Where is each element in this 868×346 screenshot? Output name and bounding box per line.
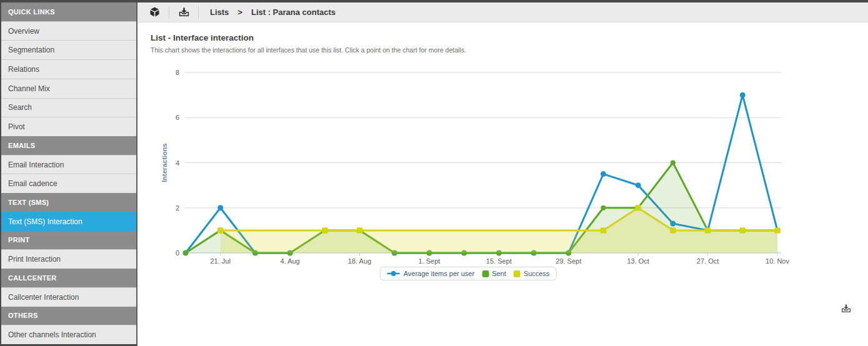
sidebar-item-label: Email Interaction: [8, 161, 64, 169]
sidebar-item-label: Callcenter Interaction: [8, 293, 79, 302]
breadcrumb: Lists > List : Parana contacts: [210, 7, 336, 17]
x-axis-tick-label: 15. Sept: [486, 257, 512, 265]
legend-swatch-icon: [514, 270, 521, 277]
sidebar-section-label: TEXT (SMS): [8, 199, 49, 206]
series-point-average-items-per-user[interactable]: [217, 205, 223, 210]
series-point-sent[interactable]: [671, 161, 676, 166]
breadcrumb-separator: >: [237, 7, 242, 17]
cube-icon[interactable]: [148, 6, 161, 19]
breadcrumb-lists[interactable]: Lists: [210, 7, 229, 17]
main-area: Lists > List : Parana contacts List - In…: [137, 2, 868, 346]
series-point-success[interactable]: [670, 227, 676, 234]
sidebar-item-email-cadence[interactable]: Email cadence: [1, 174, 136, 193]
sidebar-item-callcenter-interaction[interactable]: Callcenter Interaction: [1, 287, 136, 307]
page-top-border: [0, 0, 868, 2]
sidebar-item-relations[interactable]: Relations: [1, 59, 136, 79]
sidebar-item-print-interaction[interactable]: Print Interaction: [1, 249, 136, 269]
sidebar-section-label: PRINT: [8, 236, 30, 244]
sidebar-item-label: Search: [8, 103, 32, 112]
sidebar-item-email-interaction[interactable]: Email Interaction: [1, 155, 136, 174]
legend-label: Success: [524, 270, 550, 277]
sidebar-item-pivot[interactable]: Pivot: [1, 117, 136, 136]
x-axis-tick-label: 21. Jul: [210, 257, 230, 265]
legend-item-success[interactable]: Success: [514, 270, 550, 277]
sidebar-section-print: PRINT: [1, 231, 136, 250]
sidebar-section-callcenter: CALLCENTER: [1, 269, 136, 287]
x-axis-tick-label: 10. Nov: [766, 257, 789, 265]
x-axis-tick-label: 29. Sept: [556, 257, 581, 265]
breadcrumb-current: List : Parana contacts: [251, 7, 336, 17]
chart-legend: Average items per userSentSuccess: [380, 267, 557, 280]
series-point-average-items-per-user[interactable]: [601, 171, 606, 177]
y-axis-tick-label: 8: [176, 69, 179, 76]
sidebar-item-label: Print Interaction: [8, 255, 61, 264]
legend-swatch-icon: [482, 270, 489, 277]
chart-panel: List - Interface interaction This chart …: [137, 22, 868, 345]
series-point-success[interactable]: [774, 227, 781, 234]
series-point-success[interactable]: [601, 227, 607, 234]
y-axis-tick-label: 4: [176, 159, 179, 167]
sidebar-section-label: QUICK LINKS: [8, 8, 55, 16]
sidebar-section-label: OTHERS: [8, 312, 38, 319]
x-axis-tick-label: 13. Oct: [627, 257, 649, 265]
sidebar: QUICK LINKSOverviewSegmentationRelations…: [0, 2, 137, 346]
series-point-average-items-per-user[interactable]: [740, 92, 746, 98]
y-axis-tick-label: 6: [176, 114, 179, 121]
sidebar-item-segmentation[interactable]: Segmentation: [1, 40, 136, 59]
series-point-success[interactable]: [322, 227, 328, 234]
sidebar-item-label: Relations: [8, 65, 39, 74]
legend-item-sent[interactable]: Sent: [482, 270, 506, 277]
series-point-success[interactable]: [357, 227, 363, 234]
sidebar-item-label: Segmentation: [8, 46, 54, 54]
sidebar-item-overview[interactable]: Overview: [1, 21, 136, 41]
sidebar-section-quick-links: QUICK LINKS: [1, 2, 136, 21]
sidebar-item-label: Text (SMS) Interaction: [8, 217, 82, 226]
sidebar-item-label: Other channels Interaction: [8, 330, 96, 339]
sidebar-item-channel-mix[interactable]: Channel Mix: [1, 79, 136, 98]
legend-label: Sent: [492, 270, 506, 277]
sidebar-item-text-sms-interaction[interactable]: Text (SMS) Interaction: [1, 212, 136, 231]
export-chart-icon[interactable]: [841, 304, 851, 314]
x-axis-tick-label: 18. Aug: [348, 257, 371, 265]
sidebar-item-label: Channel Mix: [8, 84, 50, 93]
series-point-success[interactable]: [217, 227, 224, 234]
series-point-average-items-per-user[interactable]: [636, 182, 641, 188]
x-axis-tick-label: 1. Sept: [419, 257, 441, 265]
series-point-sent[interactable]: [183, 250, 188, 255]
sidebar-section-label: EMAILS: [8, 142, 35, 149]
x-axis-tick-label: 27. Oct: [697, 257, 719, 265]
topbar-separator: [169, 6, 169, 19]
legend-line-marker-icon: [387, 270, 401, 277]
series-point-success[interactable]: [740, 227, 746, 234]
sidebar-item-label: Email cadence: [8, 179, 57, 188]
y-axis-title: Interactions: [161, 143, 168, 182]
legend-item-average-items-per-user[interactable]: Average items per user: [387, 270, 475, 277]
x-axis-tick-label: 4. Aug: [281, 257, 300, 265]
sidebar-item-other-channels-interaction[interactable]: Other channels Interaction: [1, 325, 136, 344]
sidebar-section-text-sms: TEXT (SMS): [1, 193, 136, 212]
sidebar-section-others: OTHERS: [1, 307, 136, 325]
legend-label: Average items per user: [404, 270, 475, 277]
series-point-success[interactable]: [705, 227, 711, 234]
series-point-sent[interactable]: [601, 205, 606, 210]
topbar: Lists > List : Parana contacts: [137, 2, 868, 22]
download-icon[interactable]: [177, 6, 190, 19]
y-axis-tick-label: 0: [176, 249, 179, 257]
sidebar-section-label: CALLCENTER: [8, 274, 57, 282]
sidebar-item-label: Pivot: [8, 122, 25, 131]
sidebar-item-search[interactable]: Search: [1, 98, 136, 117]
sidebar-item-label: Overview: [8, 27, 39, 36]
series-point-success[interactable]: [635, 205, 641, 211]
y-axis-tick-label: 2: [176, 204, 179, 212]
sidebar-section-emails: EMAILS: [1, 136, 136, 155]
topbar-separator: [198, 6, 199, 19]
